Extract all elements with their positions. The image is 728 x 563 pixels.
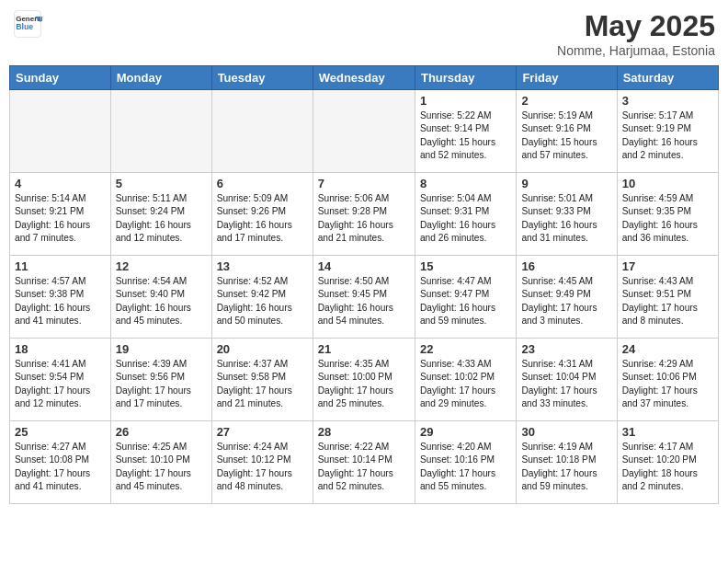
day-number: 18 — [15, 342, 106, 356]
day-number: 2 — [521, 94, 611, 108]
day-info: Sunrise: 4:22 AM Sunset: 10:14 PM Daylig… — [318, 441, 410, 493]
calendar-cell: 27Sunrise: 4:24 AM Sunset: 10:12 PM Dayl… — [211, 421, 313, 504]
day-number: 24 — [622, 342, 713, 356]
calendar-cell: 26Sunrise: 4:25 AM Sunset: 10:10 PM Dayl… — [110, 421, 211, 504]
calendar-cell: 31Sunrise: 4:17 AM Sunset: 10:20 PM Dayl… — [617, 421, 718, 504]
weekday-header-tuesday: Tuesday — [211, 66, 313, 90]
day-number: 22 — [420, 342, 511, 356]
day-number: 28 — [318, 425, 410, 439]
day-info: Sunrise: 4:37 AM Sunset: 9:58 PM Dayligh… — [217, 358, 308, 410]
day-info: Sunrise: 4:20 AM Sunset: 10:16 PM Daylig… — [420, 441, 511, 493]
day-info: Sunrise: 5:01 AM Sunset: 9:33 PM Dayligh… — [521, 192, 611, 245]
calendar-cell: 25Sunrise: 4:27 AM Sunset: 10:08 PM Dayl… — [10, 421, 111, 504]
day-info: Sunrise: 4:39 AM Sunset: 9:56 PM Dayligh… — [116, 358, 207, 410]
day-number: 31 — [622, 425, 713, 439]
day-info: Sunrise: 5:09 AM Sunset: 9:26 PM Dayligh… — [217, 192, 308, 245]
day-number: 16 — [521, 259, 611, 273]
day-number: 19 — [116, 342, 207, 356]
week-row-1: 1Sunrise: 5:22 AM Sunset: 9:14 PM Daylig… — [10, 90, 719, 173]
calendar-cell: 8Sunrise: 5:04 AM Sunset: 9:31 PM Daylig… — [415, 173, 516, 256]
day-number: 7 — [318, 177, 410, 190]
day-info: Sunrise: 4:54 AM Sunset: 9:40 PM Dayligh… — [116, 275, 207, 327]
day-number: 15 — [420, 259, 511, 273]
calendar-cell: 2Sunrise: 5:19 AM Sunset: 9:16 PM Daylig… — [517, 90, 617, 173]
day-number: 3 — [622, 94, 713, 108]
calendar-cell: 4Sunrise: 5:14 AM Sunset: 9:21 PM Daylig… — [10, 173, 111, 256]
calendar-cell — [211, 90, 313, 173]
day-info: Sunrise: 4:43 AM Sunset: 9:51 PM Dayligh… — [622, 275, 713, 327]
day-info: Sunrise: 5:04 AM Sunset: 9:31 PM Dayligh… — [420, 192, 511, 245]
week-row-5: 25Sunrise: 4:27 AM Sunset: 10:08 PM Dayl… — [10, 421, 719, 504]
day-number: 12 — [116, 259, 207, 273]
calendar-cell: 21Sunrise: 4:35 AM Sunset: 10:00 PM Dayl… — [313, 339, 415, 421]
day-info: Sunrise: 4:31 AM Sunset: 10:04 PM Daylig… — [521, 358, 611, 410]
day-number: 25 — [15, 425, 106, 439]
calendar-cell — [110, 90, 211, 173]
title-area: May 2025 Nomme, Harjumaa, Estonia — [557, 9, 715, 58]
day-number: 9 — [521, 177, 611, 190]
day-info: Sunrise: 4:33 AM Sunset: 10:02 PM Daylig… — [420, 358, 511, 410]
calendar-cell: 1Sunrise: 5:22 AM Sunset: 9:14 PM Daylig… — [415, 90, 516, 173]
day-info: Sunrise: 5:06 AM Sunset: 9:28 PM Dayligh… — [318, 192, 410, 245]
day-info: Sunrise: 5:17 AM Sunset: 9:19 PM Dayligh… — [622, 109, 713, 162]
calendar-cell: 9Sunrise: 5:01 AM Sunset: 9:33 PM Daylig… — [517, 173, 617, 256]
weekday-header-friday: Friday — [517, 66, 617, 90]
day-number: 13 — [217, 259, 308, 273]
day-number: 6 — [217, 177, 308, 190]
calendar-cell — [313, 90, 415, 173]
day-info: Sunrise: 4:29 AM Sunset: 10:06 PM Daylig… — [622, 358, 713, 410]
day-number: 21 — [318, 342, 410, 356]
day-info: Sunrise: 4:52 AM Sunset: 9:42 PM Dayligh… — [217, 275, 308, 327]
calendar-cell — [10, 90, 111, 173]
week-row-3: 11Sunrise: 4:57 AM Sunset: 9:38 PM Dayli… — [10, 256, 719, 339]
calendar-cell: 20Sunrise: 4:37 AM Sunset: 9:58 PM Dayli… — [211, 339, 313, 421]
header: General Blue May 2025 Nomme, Harjumaa, E… — [9, 9, 719, 58]
calendar-cell: 30Sunrise: 4:19 AM Sunset: 10:18 PM Dayl… — [517, 421, 617, 504]
day-number: 27 — [217, 425, 308, 439]
calendar-cell: 18Sunrise: 4:41 AM Sunset: 9:54 PM Dayli… — [10, 339, 111, 421]
calendar-cell: 23Sunrise: 4:31 AM Sunset: 10:04 PM Dayl… — [517, 339, 617, 421]
calendar-cell: 28Sunrise: 4:22 AM Sunset: 10:14 PM Dayl… — [313, 421, 415, 504]
calendar-cell: 24Sunrise: 4:29 AM Sunset: 10:06 PM Dayl… — [617, 339, 718, 421]
day-number: 29 — [420, 425, 511, 439]
logo-icon: General Blue — [13, 9, 42, 39]
weekday-header-row: SundayMondayTuesdayWednesdayThursdayFrid… — [10, 66, 719, 90]
day-info: Sunrise: 4:45 AM Sunset: 9:49 PM Dayligh… — [521, 275, 611, 327]
day-number: 23 — [521, 342, 611, 356]
day-info: Sunrise: 4:19 AM Sunset: 10:18 PM Daylig… — [521, 441, 611, 493]
day-number: 17 — [622, 259, 713, 273]
weekday-header-saturday: Saturday — [617, 66, 718, 90]
day-info: Sunrise: 5:11 AM Sunset: 9:24 PM Dayligh… — [116, 192, 207, 245]
calendar-cell: 10Sunrise: 4:59 AM Sunset: 9:35 PM Dayli… — [617, 173, 718, 256]
calendar-cell: 11Sunrise: 4:57 AM Sunset: 9:38 PM Dayli… — [10, 256, 111, 339]
day-info: Sunrise: 5:14 AM Sunset: 9:21 PM Dayligh… — [15, 192, 106, 245]
calendar-cell: 5Sunrise: 5:11 AM Sunset: 9:24 PM Daylig… — [110, 173, 211, 256]
weekday-header-sunday: Sunday — [10, 66, 111, 90]
calendar-table: SundayMondayTuesdayWednesdayThursdayFrid… — [9, 65, 719, 504]
day-number: 30 — [521, 425, 611, 439]
day-info: Sunrise: 4:17 AM Sunset: 10:20 PM Daylig… — [622, 441, 713, 493]
day-number: 8 — [420, 177, 511, 190]
calendar-cell: 22Sunrise: 4:33 AM Sunset: 10:02 PM Dayl… — [415, 339, 516, 421]
day-info: Sunrise: 4:24 AM Sunset: 10:12 PM Daylig… — [217, 441, 308, 493]
calendar-cell: 19Sunrise: 4:39 AM Sunset: 9:56 PM Dayli… — [110, 339, 211, 421]
day-info: Sunrise: 5:22 AM Sunset: 9:14 PM Dayligh… — [420, 109, 511, 162]
day-number: 11 — [15, 259, 106, 273]
day-info: Sunrise: 4:50 AM Sunset: 9:45 PM Dayligh… — [318, 275, 410, 327]
day-info: Sunrise: 4:35 AM Sunset: 10:00 PM Daylig… — [318, 358, 410, 410]
day-info: Sunrise: 4:59 AM Sunset: 9:35 PM Dayligh… — [622, 192, 713, 245]
day-info: Sunrise: 4:25 AM Sunset: 10:10 PM Daylig… — [116, 441, 207, 493]
calendar-cell: 13Sunrise: 4:52 AM Sunset: 9:42 PM Dayli… — [211, 256, 313, 339]
calendar-cell: 15Sunrise: 4:47 AM Sunset: 9:47 PM Dayli… — [415, 256, 516, 339]
svg-text:Blue: Blue — [16, 22, 33, 31]
day-info: Sunrise: 4:27 AM Sunset: 10:08 PM Daylig… — [15, 441, 106, 493]
day-info: Sunrise: 4:47 AM Sunset: 9:47 PM Dayligh… — [420, 275, 511, 327]
calendar-cell: 7Sunrise: 5:06 AM Sunset: 9:28 PM Daylig… — [313, 173, 415, 256]
day-number: 4 — [15, 177, 106, 190]
calendar-cell: 29Sunrise: 4:20 AM Sunset: 10:16 PM Dayl… — [415, 421, 516, 504]
calendar-cell: 12Sunrise: 4:54 AM Sunset: 9:40 PM Dayli… — [110, 256, 211, 339]
calendar-cell: 3Sunrise: 5:17 AM Sunset: 9:19 PM Daylig… — [617, 90, 718, 173]
calendar-cell: 16Sunrise: 4:45 AM Sunset: 9:49 PM Dayli… — [517, 256, 617, 339]
day-number: 5 — [116, 177, 207, 190]
day-info: Sunrise: 4:57 AM Sunset: 9:38 PM Dayligh… — [15, 275, 106, 327]
